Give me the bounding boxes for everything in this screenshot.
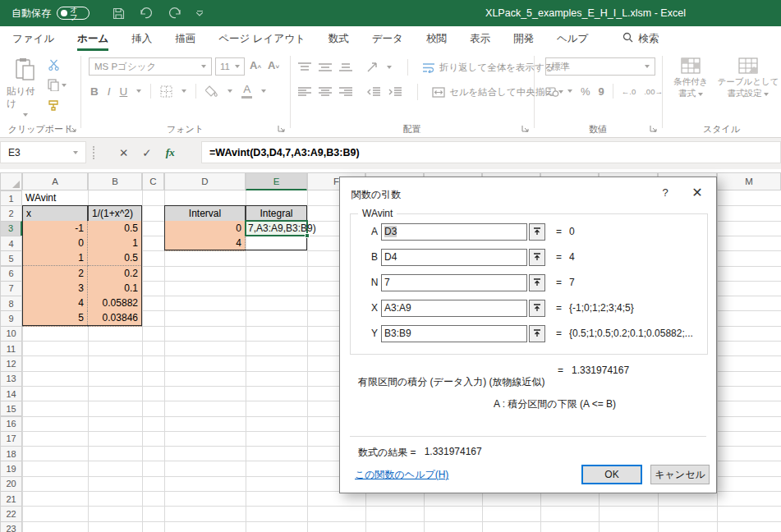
cell-B2[interactable]: 1/(1+x^2) — [88, 205, 142, 221]
collapse-dialog-button-b[interactable] — [529, 249, 545, 266]
cell-E3-edit-text: 7,A3:A9,B3:B9) — [248, 222, 316, 234]
row-header-3[interactable]: 3 — [0, 221, 22, 236]
cell-A7[interactable]: 3 — [22, 281, 88, 296]
row-header-10[interactable]: 10 — [0, 326, 22, 342]
row-header-12[interactable]: 12 — [0, 355, 22, 371]
gridline — [307, 190, 308, 532]
cell-D3[interactable]: 0 — [164, 221, 246, 236]
col-header-A[interactable]: A — [22, 172, 88, 190]
row-header-9[interactable]: 9 — [0, 310, 22, 326]
row-header-23[interactable]: 23 — [0, 521, 22, 532]
fill-handle[interactable] — [305, 233, 310, 238]
row-header-19[interactable]: 19 — [0, 461, 22, 476]
row-header-4[interactable]: 4 — [0, 236, 22, 251]
row-header-7[interactable]: 7 — [0, 281, 22, 296]
row-header-5[interactable]: 5 — [0, 250, 22, 266]
field-input-a[interactable]: D3 — [381, 223, 527, 241]
function-name: WAvint — [358, 208, 397, 219]
field-input-n[interactable]: 7 — [381, 274, 527, 291]
cell-A8[interactable]: 4 — [22, 296, 88, 311]
cell-A4[interactable]: 0 — [22, 236, 88, 251]
gridline — [717, 190, 718, 532]
cell-B6[interactable]: 0.2 — [88, 266, 142, 282]
cell-A6[interactable]: 2 — [22, 266, 88, 282]
row-header-13[interactable]: 13 — [0, 371, 22, 387]
formula-result-label: 数式の結果 = — [358, 446, 416, 460]
cell-E3-editing[interactable]: 7,A3:A9,B3:B9) — [245, 220, 308, 237]
argument-description: A : 積分区間の下限 (A <= B) — [494, 397, 616, 411]
cell-B5[interactable]: 0.5 — [88, 250, 142, 266]
row-header-2[interactable]: 2 — [0, 205, 22, 221]
function-help-link[interactable]: この関数のヘルプ(H) — [355, 468, 448, 482]
row-header-20[interactable]: 20 — [0, 476, 22, 492]
function-arguments-dialog: 関数の引数 ? ✕ WAvint A D3 = 0 B D4 = 4 N 7 =… — [339, 177, 717, 493]
row-header-16[interactable]: 16 — [0, 416, 22, 432]
row-header-1[interactable]: 1 — [0, 190, 22, 206]
cell-B4[interactable]: 1 — [88, 236, 142, 251]
formula-result-row: 数式の結果 = 1.331974167 — [358, 446, 482, 460]
gridline — [22, 506, 781, 507]
field-row-y: Y B3:B9 = {0.5;1;0.5;0.2;0.1;0.05882;... — [350, 324, 693, 342]
field-label-b: B — [368, 251, 381, 263]
field-input-b[interactable]: D4 — [381, 249, 527, 266]
field-result-y: {0.5;1;0.5;0.2;0.1;0.05882;... — [569, 328, 693, 339]
cell-A9[interactable]: 5 — [22, 310, 88, 326]
dialog-title: 関数の引数 — [351, 188, 401, 202]
col-header-B[interactable]: B — [88, 172, 142, 190]
row-header-8[interactable]: 8 — [0, 296, 22, 311]
cell-D2[interactable]: Interval — [164, 205, 246, 221]
field-result-n: 7 — [569, 277, 575, 288]
field-label-y: Y — [368, 328, 381, 339]
row-header-15[interactable]: 15 — [0, 401, 22, 416]
field-input-x[interactable]: A3:A9 — [381, 300, 527, 317]
row-header-14[interactable]: 14 — [0, 386, 22, 401]
field-value-a: D3 — [384, 226, 397, 237]
field-value-b: D4 — [384, 251, 397, 263]
collapse-dialog-button-a[interactable] — [529, 223, 545, 241]
col-header-M[interactable]: M — [717, 172, 781, 190]
cell-A3[interactable]: -1 — [22, 221, 88, 236]
select-all-triangle-icon — [12, 181, 20, 188]
row-header-22[interactable]: 22 — [0, 506, 22, 521]
close-icon[interactable]: ✕ — [688, 185, 706, 200]
row-header-18[interactable]: 18 — [0, 446, 22, 461]
field-label-x: X — [368, 302, 381, 314]
field-label-a: A — [368, 226, 381, 237]
field-row-x: X A3:A9 = {-1;0;1;2;3;4;5} — [350, 299, 634, 317]
col-header-E[interactable]: E — [246, 172, 307, 190]
cell-B7[interactable]: 0.1 — [88, 281, 142, 296]
field-value-y: B3:B9 — [384, 328, 411, 339]
field-value-n: 7 — [384, 277, 390, 288]
cell-B9[interactable]: 0.03846 — [88, 310, 142, 326]
select-all-button[interactable] — [0, 172, 22, 190]
field-result-a: 0 — [569, 226, 575, 237]
cell-B3[interactable]: 0.5 — [88, 221, 142, 236]
cancel-button[interactable]: キャンセル — [650, 465, 710, 484]
ok-button[interactable]: OK — [581, 465, 642, 484]
dialog-help-icon[interactable]: ? — [657, 186, 673, 199]
field-input-y[interactable]: B3:B9 — [381, 325, 527, 342]
cell-A1[interactable]: WAvint — [22, 190, 88, 206]
result-preview: = 1.331974167 — [558, 365, 629, 376]
formula-result-value: 1.331974167 — [425, 446, 482, 460]
cell-D4[interactable]: 4 — [164, 236, 246, 251]
row-header-21[interactable]: 21 — [0, 491, 22, 507]
row-header-11[interactable]: 11 — [0, 341, 22, 356]
gridline — [142, 190, 143, 532]
field-result-b: 4 — [569, 251, 575, 263]
dialog-separator — [350, 436, 706, 437]
cell-B8[interactable]: 0.05882 — [88, 296, 142, 311]
row-header-17[interactable]: 17 — [0, 431, 22, 447]
collapse-dialog-button-n[interactable] — [529, 274, 545, 291]
collapse-dialog-button-y[interactable] — [529, 325, 545, 342]
field-row-a: A D3 = 0 — [350, 222, 575, 241]
collapse-dialog-button-x[interactable] — [529, 300, 545, 317]
field-value-x: A3:A9 — [384, 302, 411, 314]
cell-A2[interactable]: x — [22, 205, 88, 221]
field-result-x: {-1;0;1;2;3;4;5} — [569, 302, 634, 314]
row-header-6[interactable]: 6 — [0, 266, 22, 282]
cell-A5[interactable]: 1 — [22, 250, 88, 266]
col-header-C[interactable]: C — [142, 172, 164, 190]
col-header-D[interactable]: D — [164, 172, 246, 190]
gridline — [22, 521, 781, 522]
